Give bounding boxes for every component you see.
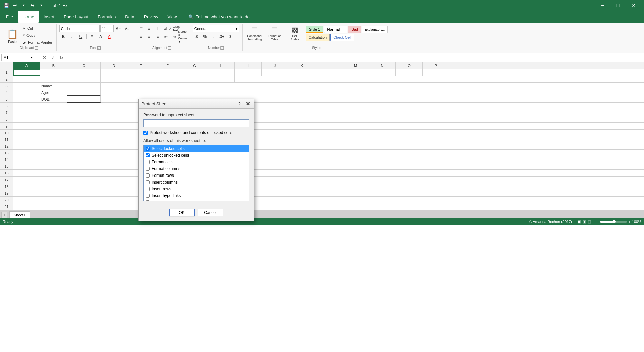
dialog-footer: OK Cancel bbox=[139, 205, 254, 221]
protect-checkbox[interactable] bbox=[143, 131, 148, 135]
protect-checkbox-row: Protect worksheet and contents of locked… bbox=[143, 130, 249, 135]
list-item-format-rows[interactable]: Format rows bbox=[144, 172, 249, 179]
modal-overlay: Protect Sheet ? ✕ Password to unprotect … bbox=[0, 0, 644, 352]
checkbox-insert-hyperlinks[interactable] bbox=[146, 194, 150, 198]
permissions-list[interactable]: Select locked cells Select unlocked cell… bbox=[143, 145, 249, 201]
checkbox-select-unlocked[interactable] bbox=[146, 153, 150, 157]
password-input[interactable] bbox=[143, 119, 249, 127]
list-item-format-cells[interactable]: Format cells bbox=[144, 159, 249, 165]
allow-section-label: Allow all users of this worksheet to: bbox=[143, 138, 249, 143]
list-item-select-unlocked[interactable]: Select unlocked cells bbox=[144, 152, 249, 159]
list-item-label: Format cells bbox=[152, 160, 173, 164]
list-item-select-locked[interactable]: Select locked cells bbox=[144, 145, 249, 152]
list-item-insert-hyperlinks[interactable]: Insert hyperlinks bbox=[144, 192, 249, 199]
ok-button[interactable]: OK bbox=[169, 209, 195, 216]
dialog-titlebar: Protect Sheet ? ✕ bbox=[139, 99, 254, 109]
checkbox-insert-columns[interactable] bbox=[146, 180, 150, 184]
dialog-close-button[interactable]: ✕ bbox=[244, 101, 251, 107]
list-item-label: Insert hyperlinks bbox=[152, 193, 181, 198]
checkbox-format-columns[interactable] bbox=[146, 167, 150, 171]
checkbox-select-locked[interactable] bbox=[146, 147, 150, 151]
password-label: Password to unprotect sheet: bbox=[143, 113, 249, 117]
protect-sheet-dialog: Protect Sheet ? ✕ Password to unprotect … bbox=[138, 99, 254, 221]
checkbox-format-rows[interactable] bbox=[146, 173, 150, 178]
list-item-label: Select unlocked cells bbox=[152, 153, 189, 158]
dialog-title: Protect Sheet bbox=[141, 101, 168, 106]
checkbox-delete-columns[interactable] bbox=[146, 200, 150, 201]
password-label-text: assword to unprotect sheet: bbox=[146, 113, 195, 117]
cancel-button[interactable]: Cancel bbox=[198, 209, 223, 216]
list-item-format-columns[interactable]: Format columns bbox=[144, 165, 249, 172]
checkbox-format-cells[interactable] bbox=[146, 160, 150, 164]
list-item-insert-columns[interactable]: Insert columns bbox=[144, 179, 249, 186]
list-item-label: Format rows bbox=[152, 173, 174, 178]
checkbox-insert-rows[interactable] bbox=[146, 187, 150, 191]
list-item-label: Delete columns bbox=[152, 200, 179, 201]
list-item-label: Insert columns bbox=[152, 180, 178, 185]
dialog-help-button[interactable]: ? bbox=[236, 101, 243, 107]
list-item-label: Format columns bbox=[152, 166, 180, 171]
dialog-controls: ? ✕ bbox=[236, 101, 251, 107]
list-item-label: Select locked cells bbox=[152, 146, 185, 151]
list-item-label: Insert rows bbox=[152, 187, 171, 191]
list-item-insert-rows[interactable]: Insert rows bbox=[144, 186, 249, 192]
dialog-body: Password to unprotect sheet: Protect wor… bbox=[139, 109, 254, 205]
list-item-delete-columns[interactable]: Delete columns bbox=[144, 199, 249, 201]
protect-checkbox-label: Protect worksheet and contents of locked… bbox=[150, 130, 232, 135]
